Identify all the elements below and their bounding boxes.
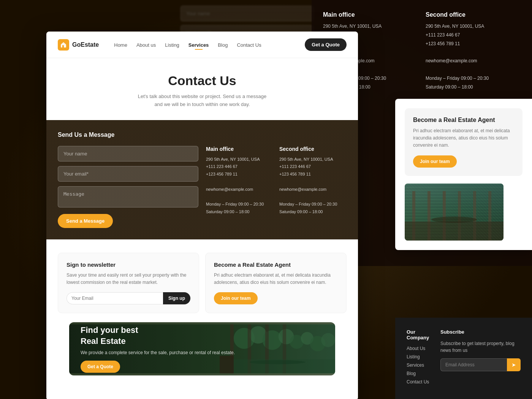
- right-second-office-info: 290 5th Ave, NY 10001, USA +111 223 446 …: [426, 22, 521, 91]
- footer-panel: Our Company About Us Listing Services Bl…: [395, 318, 532, 399]
- newsletter-desc: Save your time and easily rent or sell y…: [66, 272, 190, 286]
- footer-company-title: Our Company: [407, 329, 433, 340]
- banner-section: Find your bestReal Estate We provide a c…: [69, 322, 335, 375]
- contact-name-input[interactable]: [58, 146, 198, 162]
- nav-item-listing[interactable]: Listing: [165, 41, 179, 48]
- subscribe-row: ➤: [440, 358, 521, 371]
- svg-rect-7: [405, 222, 504, 241]
- nav-item-about[interactable]: About us: [136, 41, 156, 48]
- logo: GoEstate: [58, 39, 99, 51]
- footer-link-contact[interactable]: Contact Us: [407, 379, 433, 385]
- svg-rect-11: [62, 45, 64, 48]
- hero-section: Contact Us Let's talk about this website…: [46, 58, 358, 120]
- nav-item-contact[interactable]: Contact Us: [237, 41, 261, 48]
- offices-info: Main office 290 5th Ave, NY 10001, USA +…: [206, 146, 347, 228]
- subscribe-email-input[interactable]: [440, 358, 507, 371]
- footer-link-about[interactable]: About Us: [407, 346, 433, 351]
- agent-card-desc: Pri adhuc electram elaboraret at, et mei…: [413, 127, 514, 149]
- right-second-office-title: Second office: [426, 11, 521, 18]
- white-bottom-section: Sign to newsletter Save your time and ea…: [46, 239, 358, 399]
- second-office-info: 290 5th Ave, NY 10001, USA +111 223 446 …: [279, 156, 347, 216]
- contact-message-textarea[interactable]: [58, 186, 198, 207]
- second-office: Second office 290 5th Ave, NY 10001, USA…: [279, 146, 347, 228]
- banner-desc: We provide a complete service for the sa…: [81, 350, 235, 355]
- send-message-button[interactable]: Send a Message: [58, 214, 113, 228]
- contact-email-input[interactable]: [58, 166, 198, 182]
- behind-name-input: [180, 6, 314, 21]
- nav-item-home[interactable]: Home: [114, 41, 127, 48]
- right-main-office-title: Main office: [323, 11, 418, 18]
- second-office-title: Second office: [279, 146, 347, 152]
- agent-card: Become a Real Estate Agent Pri adhuc ele…: [405, 108, 522, 176]
- cards-row: Sign to newsletter Save your time and ea…: [58, 253, 347, 313]
- join-team-button-bottom[interactable]: Join our team: [214, 292, 258, 304]
- banner-title: Find your bestReal Estate: [81, 325, 235, 347]
- banner-cta-button[interactable]: Get a Quote: [81, 361, 120, 373]
- right-white-panel: Become a Real Estate Agent Pri adhuc ele…: [395, 99, 532, 250]
- nav-links: Home About us Listing Services Blog Cont…: [114, 41, 305, 48]
- contact-grid: Send a Message Main office 290 5th Ave, …: [58, 146, 347, 228]
- contact-form: Send a Message: [58, 146, 198, 228]
- banner-content: Find your bestReal Estate We provide a c…: [81, 325, 235, 372]
- newsletter-card: Sign to newsletter Save your time and ea…: [58, 253, 199, 313]
- main-office-info: 290 5th Ave, NY 10001, USA +111 223 446 …: [206, 156, 273, 216]
- hero-description: Let's talk about this website or project…: [138, 93, 267, 109]
- footer-link-blog[interactable]: Blog: [407, 371, 433, 376]
- footer-subscribe-col: Subscribe Subscribe to get latest proper…: [440, 329, 521, 388]
- footer-columns: Our Company About Us Listing Services Bl…: [407, 329, 521, 388]
- newsletter-input-row: Sign up: [66, 292, 190, 304]
- contact-section: Send Us a Message Send a Message Main of…: [46, 120, 358, 239]
- footer-subscribe-desc: Subscribe to get latest property, blog n…: [440, 340, 521, 354]
- agent-info-desc: Pri adhuc electram elaboraret at, et mei…: [214, 272, 338, 286]
- subscribe-button[interactable]: ➤: [507, 358, 521, 371]
- logo-icon: [58, 39, 69, 51]
- nav-item-blog[interactable]: Blog: [218, 41, 228, 48]
- right-second-office: Second office 290 5th Ave, NY 10001, USA…: [426, 11, 521, 91]
- newsletter-signup-button[interactable]: Sign up: [163, 292, 190, 304]
- footer-link-services[interactable]: Services: [407, 363, 433, 368]
- property-image: [405, 184, 504, 241]
- agent-info-title: Become a Real Estate Agent: [214, 261, 338, 268]
- get-quote-button[interactable]: Get a Quote: [305, 38, 347, 51]
- agent-card-title: Become a Real Estate Agent: [413, 117, 514, 124]
- newsletter-email-input[interactable]: [66, 292, 163, 304]
- footer-subscribe-title: Subscribe: [440, 329, 521, 335]
- main-card: GoEstate Home About us Listing Services …: [46, 32, 358, 399]
- main-office: Main office 290 5th Ave, NY 10001, USA +…: [206, 146, 273, 228]
- svg-point-8: [431, 217, 477, 223]
- footer-link-listing[interactable]: Listing: [407, 354, 433, 359]
- contact-section-title: Send Us a Message: [58, 131, 347, 138]
- svg-marker-10: [61, 42, 66, 44]
- property-svg: [405, 184, 504, 241]
- page-title: Contact Us: [58, 73, 347, 88]
- navbar: GoEstate Home About us Listing Services …: [46, 32, 358, 58]
- main-office-title: Main office: [206, 146, 273, 152]
- footer-company-col: Our Company About Us Listing Services Bl…: [407, 329, 433, 388]
- logo-text: GoEstate: [72, 41, 99, 48]
- nav-item-services[interactable]: Services: [188, 41, 209, 48]
- newsletter-title: Sign to newsletter: [66, 261, 190, 268]
- join-team-button[interactable]: Join our team: [413, 155, 457, 168]
- agent-info-card: Become a Real Estate Agent Pri adhuc ele…: [205, 253, 347, 313]
